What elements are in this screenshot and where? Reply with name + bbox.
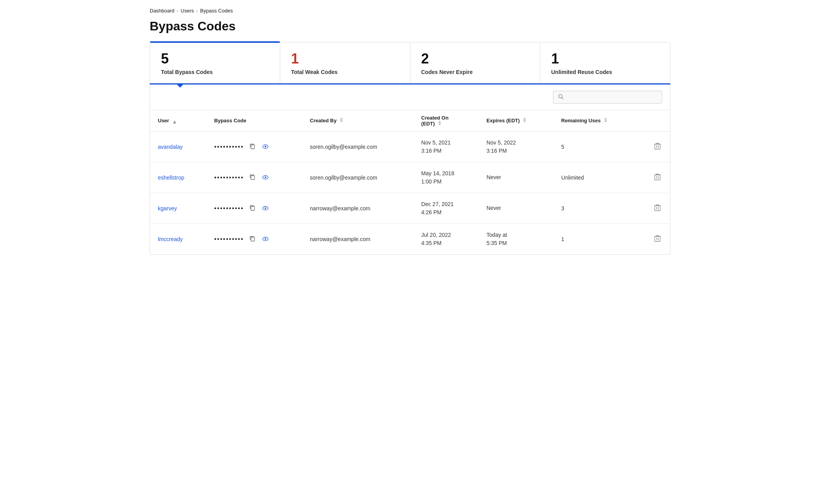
- svg-rect-27: [655, 206, 660, 211]
- stat-number-unlimited: 1: [551, 51, 659, 67]
- cell-bypass-code: ••••••••••: [207, 224, 302, 254]
- cell-created-by: narroway@example.com: [302, 224, 414, 254]
- expires-sort-icon: [523, 118, 527, 123]
- svg-point-26: [265, 208, 266, 209]
- svg-marker-9: [604, 120, 607, 122]
- col-actions: [636, 110, 670, 131]
- col-created-on[interactable]: Created On(EDT): [414, 110, 479, 131]
- table-section: User ▲ Bypass Code Created By Created On…: [150, 85, 670, 255]
- cell-delete: [636, 131, 670, 162]
- svg-marker-8: [604, 118, 607, 120]
- svg-line-1: [562, 97, 564, 99]
- breadcrumb-dashboard[interactable]: Dashboard: [150, 8, 175, 14]
- svg-point-33: [265, 238, 266, 240]
- cell-expires: Today at5:35 PM: [479, 224, 553, 254]
- table-row: kgarvey••••••••••narroway@example.comDec…: [150, 193, 670, 224]
- col-expires[interactable]: Expires (EDT): [479, 110, 553, 131]
- cell-expires: Nov 5, 20223:16 PM: [479, 131, 553, 162]
- cell-user: eshellstrop: [150, 162, 207, 193]
- cell-expires: Never: [479, 193, 553, 224]
- cell-created-on: Dec 27, 20214:26 PM: [414, 193, 479, 224]
- svg-marker-4: [438, 121, 441, 123]
- col-user[interactable]: User ▲: [150, 110, 207, 131]
- svg-rect-17: [251, 176, 254, 180]
- svg-point-12: [265, 146, 266, 148]
- cell-created-by: soren.ogilby@example.com: [302, 162, 414, 193]
- cell-remaining-uses: 3: [553, 193, 636, 224]
- search-input[interactable]: [566, 94, 657, 100]
- stat-never-expire[interactable]: 2 Codes Never Expire: [410, 42, 541, 83]
- breadcrumb-users[interactable]: Users: [181, 8, 194, 14]
- table-row: avandalay••••••••••soren.ogilby@example.…: [150, 131, 670, 162]
- user-link[interactable]: kgarvey: [158, 205, 177, 211]
- stat-number-weak: 1: [291, 51, 399, 67]
- cell-user: lmccready: [150, 224, 207, 254]
- user-link[interactable]: lmccready: [158, 236, 183, 242]
- cell-remaining-uses: 1: [553, 224, 636, 254]
- col-remaining-uses[interactable]: Remaining Uses: [553, 110, 636, 131]
- table-row: lmccready••••••••••narroway@example.comJ…: [150, 224, 670, 254]
- svg-point-19: [265, 177, 266, 178]
- col-bypass-code: Bypass Code: [207, 110, 302, 131]
- table-row: eshellstrop••••••••••soren.ogilby@exampl…: [150, 162, 670, 193]
- stat-number-never: 2: [421, 51, 529, 67]
- stat-label-weak: Total Weak Codes: [291, 69, 399, 75]
- search-box[interactable]: [553, 91, 662, 104]
- user-sort-icon: ▲: [172, 119, 177, 123]
- stat-total-bypass[interactable]: 5 Total Bypass Codes: [150, 42, 280, 83]
- breadcrumb-current: Bypass Codes: [200, 8, 233, 14]
- cell-delete: [636, 162, 670, 193]
- stat-unlimited-reuse[interactable]: 1 Unlimited Reuse Codes: [540, 42, 670, 83]
- cell-remaining-uses: 5: [553, 131, 636, 162]
- svg-marker-6: [523, 118, 526, 120]
- search-icon: [558, 94, 564, 100]
- page-title: Bypass Codes: [150, 19, 670, 33]
- copy-code-button[interactable]: [248, 204, 257, 213]
- created-on-sort-icon: [438, 121, 442, 127]
- divider-arrow: [176, 84, 184, 88]
- remaining-sort-icon: [604, 118, 608, 123]
- user-link[interactable]: eshellstrop: [158, 174, 184, 181]
- copy-code-button[interactable]: [248, 143, 257, 151]
- stat-label-bypass: Total Bypass Codes: [161, 69, 269, 75]
- svg-rect-31: [251, 237, 254, 241]
- breadcrumb-sep-2: ›: [196, 8, 198, 14]
- cell-bypass-code: ••••••••••: [207, 162, 302, 193]
- svg-marker-3: [340, 120, 343, 122]
- delete-button[interactable]: [653, 173, 662, 183]
- cell-created-on: May 14, 20181:00 PM: [414, 162, 479, 193]
- cell-created-by: narroway@example.com: [302, 193, 414, 224]
- copy-code-button[interactable]: [248, 173, 257, 182]
- svg-rect-34: [655, 236, 660, 241]
- view-code-button[interactable]: [261, 204, 270, 212]
- cell-bypass-code: ••••••••••: [207, 193, 302, 224]
- page-container: Dashboard › Users › Bypass Codes Bypass …: [137, 0, 683, 270]
- view-code-button[interactable]: [261, 143, 270, 151]
- cell-delete: [636, 193, 670, 224]
- stat-weak-codes[interactable]: 1 Total Weak Codes: [280, 42, 410, 83]
- user-link[interactable]: avandalay: [158, 144, 183, 150]
- view-code-button[interactable]: [261, 235, 270, 243]
- stat-label-never: Codes Never Expire: [421, 69, 529, 75]
- delete-button[interactable]: [653, 142, 662, 152]
- cell-created-by: soren.ogilby@example.com: [302, 131, 414, 162]
- delete-button[interactable]: [653, 203, 662, 213]
- cell-remaining-uses: Unlimited: [553, 162, 636, 193]
- view-code-button[interactable]: [261, 173, 270, 182]
- svg-marker-5: [438, 123, 441, 125]
- cell-user: avandalay: [150, 131, 207, 162]
- delete-button[interactable]: [653, 234, 662, 244]
- svg-rect-20: [655, 175, 660, 180]
- stat-label-unlimited: Unlimited Reuse Codes: [551, 69, 659, 75]
- copy-code-button[interactable]: [248, 235, 257, 243]
- cell-bypass-code: ••••••••••: [207, 131, 302, 162]
- bypass-codes-table: User ▲ Bypass Code Created By Created On…: [150, 110, 670, 254]
- svg-rect-10: [251, 145, 254, 149]
- cell-created-on: Jul 20, 20224:35 PM: [414, 224, 479, 254]
- svg-marker-2: [340, 118, 343, 120]
- col-created-by[interactable]: Created By: [302, 110, 414, 131]
- breadcrumb-sep-1: ›: [177, 8, 178, 14]
- table-header-row: User ▲ Bypass Code Created By Created On…: [150, 110, 670, 131]
- stat-number-bypass: 5: [161, 51, 269, 67]
- svg-rect-24: [251, 206, 254, 210]
